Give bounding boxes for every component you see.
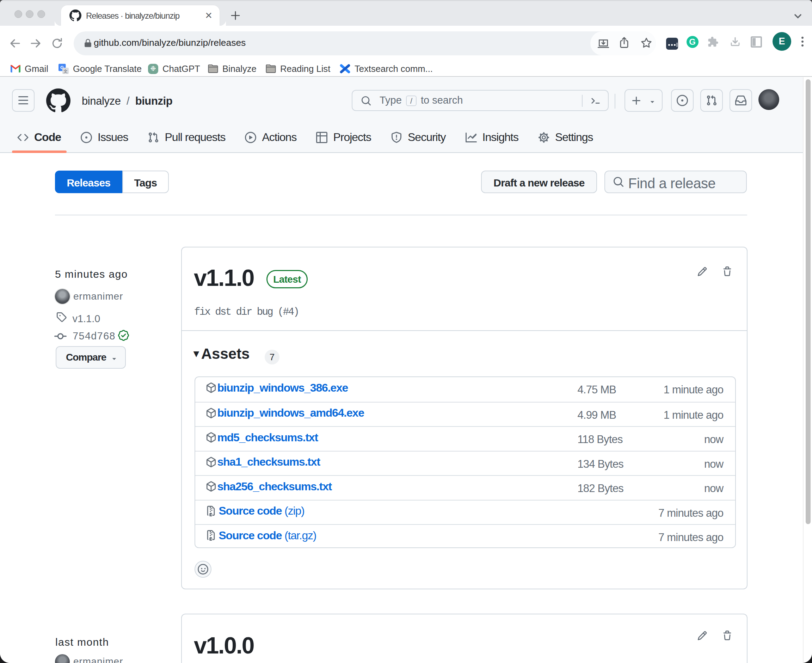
svg-text:文: 文 bbox=[63, 68, 68, 73]
